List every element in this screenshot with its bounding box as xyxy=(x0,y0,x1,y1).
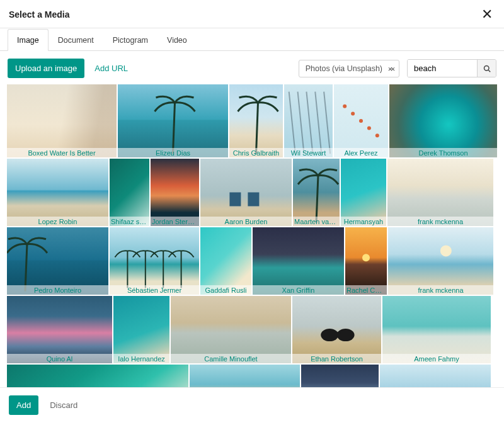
svg-point-10 xyxy=(351,111,355,115)
image-tile[interactable] xyxy=(190,365,300,387)
image-author: Ameen Fahmy xyxy=(382,354,491,363)
svg-point-11 xyxy=(359,119,363,123)
svg-point-13 xyxy=(375,133,379,137)
svg-line-3 xyxy=(256,103,258,154)
svg-point-24 xyxy=(321,329,338,341)
source-select-value: Photos (via Unsplash) xyxy=(306,64,382,73)
search-icon[interactable] xyxy=(477,60,496,77)
image-tile[interactable]: Rachel Cook xyxy=(345,227,387,295)
svg-line-1 xyxy=(488,70,490,72)
image-tile[interactable]: Jordan Steranka xyxy=(151,159,199,226)
image-author: Lopez Robin xyxy=(7,217,108,226)
image-author: Ialo Hernandez xyxy=(113,354,169,363)
toolbar: Upload an image Add URL Photos (via Unsp… xyxy=(0,51,504,84)
image-author: Wil Stewart xyxy=(284,148,333,157)
image-tile[interactable] xyxy=(380,365,491,387)
image-tile[interactable]: frank mckenna xyxy=(388,227,493,295)
modal-title: Select a Media xyxy=(9,9,70,20)
add-url-button[interactable]: Add URL xyxy=(92,59,130,78)
image-author: Hermansyah xyxy=(341,217,386,226)
image-author: Derek Thomson xyxy=(389,148,497,157)
image-tile[interactable]: Camille Minouflet xyxy=(171,296,291,363)
source-select[interactable]: Photos (via Unsplash) xyxy=(299,60,399,77)
image-tile[interactable]: Boxed Water Is Better xyxy=(7,84,117,157)
tab-image[interactable]: Image xyxy=(8,29,49,51)
upload-button[interactable]: Upload an image xyxy=(8,59,84,78)
image-gallery: Boxed Water Is Better Elizeu Dias Chris … xyxy=(0,84,504,387)
image-tile[interactable]: Aaron Burden xyxy=(200,159,292,226)
image-tile[interactable]: Maarten van den H… xyxy=(293,159,340,226)
image-tile[interactable] xyxy=(7,365,188,387)
svg-point-12 xyxy=(367,127,371,130)
svg-point-22 xyxy=(362,254,370,261)
svg-point-25 xyxy=(337,329,355,341)
tab-bar: ImageDocumentPictogramVideo xyxy=(0,28,504,51)
svg-line-7 xyxy=(315,92,321,154)
image-tile[interactable]: Quino Al xyxy=(7,296,112,363)
svg-line-16 xyxy=(316,176,318,223)
image-tile[interactable]: Alex Perez xyxy=(334,84,388,157)
image-author: frank mckenna xyxy=(388,285,493,295)
close-icon[interactable]: ✕ xyxy=(479,8,495,21)
svg-rect-15 xyxy=(248,193,259,207)
image-tile[interactable]: Gaddafi Rusli xyxy=(200,227,251,295)
image-author: Alex Perez xyxy=(334,148,388,157)
image-author: frank mckenna xyxy=(387,217,493,226)
image-author: Elizeu Dias xyxy=(118,148,228,157)
image-author: Boxed Water Is Better xyxy=(7,148,117,157)
image-tile[interactable]: Wil Stewart xyxy=(284,84,333,157)
image-author: Rachel Cook xyxy=(345,285,387,295)
svg-line-4 xyxy=(289,92,295,154)
image-tile[interactable] xyxy=(301,365,379,387)
image-author: Quino Al xyxy=(7,354,112,363)
svg-point-23 xyxy=(440,245,452,256)
svg-line-17 xyxy=(25,244,27,292)
image-author: Camille Minouflet xyxy=(171,354,291,363)
tab-document[interactable]: Document xyxy=(49,29,103,51)
image-tile[interactable]: Pedro Monteiro xyxy=(7,227,108,295)
image-tile[interactable]: Hermansyah xyxy=(341,159,386,226)
image-author: Maarten van den H… xyxy=(293,217,340,226)
tab-video[interactable]: Video xyxy=(158,29,197,51)
image-tile[interactable]: Elizeu Dias xyxy=(118,84,228,157)
tab-pictogram[interactable]: Pictogram xyxy=(103,29,158,51)
svg-rect-14 xyxy=(229,193,241,207)
svg-line-5 xyxy=(298,92,304,154)
image-author: Gaddafi Rusli xyxy=(200,285,251,295)
image-tile[interactable]: Xan Griffin xyxy=(253,227,344,295)
image-author: Pedro Monteiro xyxy=(7,285,108,295)
image-author: Chris Galbraith xyxy=(229,148,283,157)
image-tile[interactable]: Ethan Robertson xyxy=(292,296,381,363)
image-author: Aaron Burden xyxy=(200,217,292,226)
image-tile[interactable]: frank mckenna xyxy=(387,159,493,226)
svg-point-0 xyxy=(484,65,489,71)
image-tile[interactable]: Ameen Fahmy xyxy=(382,296,491,363)
svg-line-6 xyxy=(306,92,312,154)
svg-point-9 xyxy=(343,105,346,108)
image-tile[interactable]: Sébastien Jermer xyxy=(110,227,199,295)
image-author: Jordan Steranka xyxy=(151,217,199,226)
image-tile[interactable]: Lopez Robin xyxy=(7,159,108,226)
image-author: Sébastien Jermer xyxy=(110,285,199,295)
svg-line-8 xyxy=(324,92,330,154)
image-tile[interactable]: Shifaaz sham… xyxy=(110,159,149,226)
image-tile[interactable]: Derek Thomson xyxy=(389,84,497,157)
add-button[interactable]: Add xyxy=(9,395,38,415)
image-author: Xan Griffin xyxy=(253,285,344,295)
search-input[interactable] xyxy=(408,60,477,77)
image-tile[interactable]: Chris Galbraith xyxy=(229,84,283,157)
image-tile[interactable]: Ialo Hernandez xyxy=(113,296,169,363)
svg-line-2 xyxy=(173,103,175,154)
discard-button[interactable]: Discard xyxy=(47,395,80,415)
image-author: Ethan Robertson xyxy=(292,354,381,363)
image-author: Shifaaz sham… xyxy=(110,217,149,226)
